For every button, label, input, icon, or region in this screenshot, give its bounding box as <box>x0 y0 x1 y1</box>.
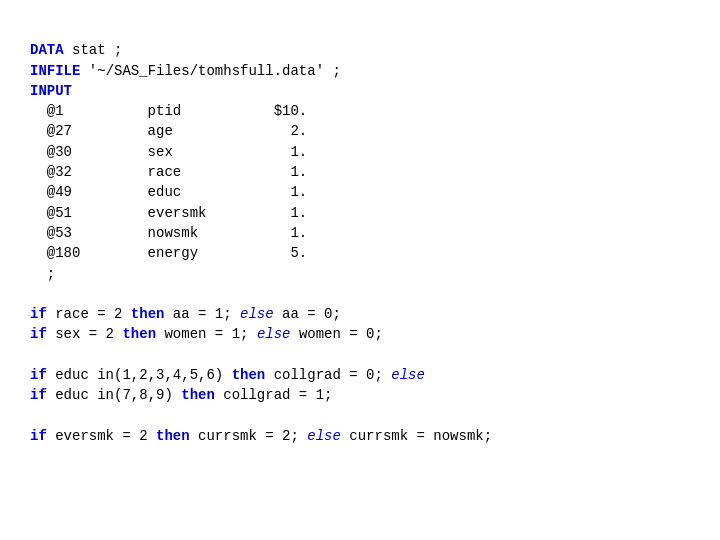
line-if-sex: if sex = 2 then women = 1; else women = … <box>30 326 383 342</box>
line-at30: @30 sex 1. <box>30 144 307 160</box>
code-block: DATA stat ; INFILE '~/SAS_Files/tomhsful… <box>30 20 690 467</box>
line-at49: @49 educ 1. <box>30 184 307 200</box>
line-at1: @1 ptid $10. <box>30 103 307 119</box>
line-blank2 <box>30 347 38 363</box>
line-at53: @53 nowsmk 1. <box>30 225 307 241</box>
line-data-stat: DATA stat ; <box>30 42 122 58</box>
line-semicolon: ; <box>30 266 55 282</box>
code-container: DATA stat ; INFILE '~/SAS_Files/tomhsful… <box>0 0 720 540</box>
line-at180: @180 energy 5. <box>30 245 307 261</box>
line-if-educ2: if educ in(7,8,9) then collgrad = 1; <box>30 387 332 403</box>
line-if-educ1: if educ in(1,2,3,4,5,6) then collgrad = … <box>30 367 425 383</box>
line-at27: @27 age 2. <box>30 123 307 139</box>
line-blank3 <box>30 408 38 424</box>
line-if-eversmk: if eversmk = 2 then currsmk = 2; else cu… <box>30 428 492 444</box>
line-infile: INFILE '~/SAS_Files/tomhsfull.data' ; <box>30 63 341 79</box>
line-if-race: if race = 2 then aa = 1; else aa = 0; <box>30 306 341 322</box>
line-blank1 <box>30 286 38 302</box>
line-input: INPUT <box>30 83 72 99</box>
line-at32: @32 race 1. <box>30 164 307 180</box>
line-at51: @51 eversmk 1. <box>30 205 307 221</box>
